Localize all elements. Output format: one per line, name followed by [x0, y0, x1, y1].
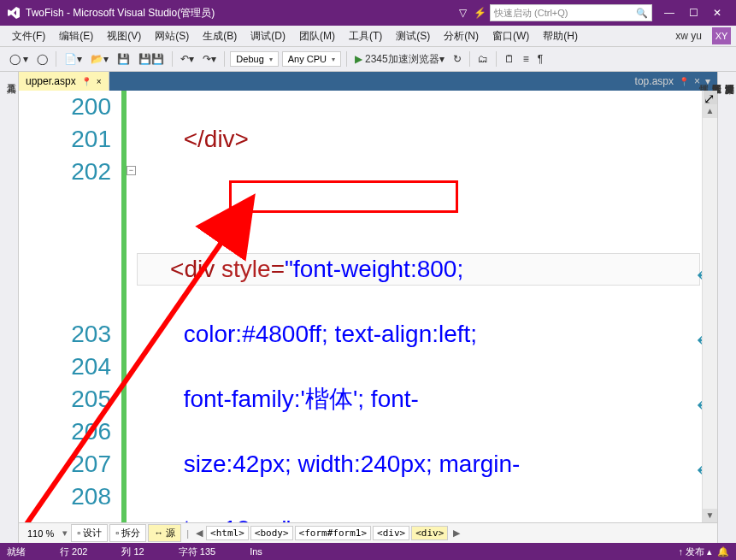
- browser-refresh-button[interactable]: ↻: [450, 51, 465, 67]
- start-debug-button[interactable]: ▶2345加速浏览器 ▾: [351, 50, 448, 68]
- solution-explorer-tab[interactable]: 解决方案资源管理器: [723, 77, 736, 536]
- open-button[interactable]: 📂▾: [87, 51, 112, 67]
- view-design-tab[interactable]: ▫ 设计: [71, 524, 108, 542]
- scroll-up-button[interactable]: ▲: [703, 104, 717, 118]
- line-number: 202: [19, 156, 111, 188]
- right-panel-tabs: 解决方案资源管理器 团队资源管理器 属性: [717, 72, 736, 543]
- menu-test[interactable]: 测试(S): [389, 29, 437, 44]
- line-number: 200: [19, 91, 111, 123]
- toolbar: ◯ ▾ ◯ 📄▾ 📂▾ 💾 💾💾 ↶▾ ↷▾ Debug▾ Any CPU▾ ▶…: [0, 46, 736, 72]
- line-number: 204: [19, 351, 111, 383]
- code-editor[interactable]: 200 201 202 203 204 205 206 207 208 − </…: [19, 91, 717, 522]
- breadcrumb-div1[interactable]: <div>: [373, 526, 409, 540]
- feedback-icon[interactable]: ⚡: [474, 7, 486, 19]
- statusbar: 就绪 行 202 列 12 字符 135 Ins ↑ 发布 ▴ 🔔: [0, 543, 736, 560]
- undo-button[interactable]: ↶▾: [177, 51, 197, 67]
- fold-column: −: [127, 91, 137, 522]
- save-all-button[interactable]: 💾💾: [135, 51, 168, 67]
- menu-team[interactable]: 团队(M): [292, 29, 342, 44]
- line-number: 206: [19, 416, 111, 448]
- pin-icon[interactable]: 📍: [81, 77, 91, 86]
- workspace: 工具箱 upper.aspx 📍 × top.aspx 📍 × ▾ 200 20…: [0, 72, 736, 543]
- line-number: 207: [19, 448, 111, 480]
- line-gutter: 200 201 202 203 204 205 206 207 208: [19, 91, 121, 522]
- maximize-button[interactable]: ☐: [683, 3, 704, 23]
- tb-extra-3[interactable]: ≡: [520, 51, 533, 67]
- status-ins: Ins: [250, 546, 262, 557]
- menubar: 文件(F) 编辑(E) 视图(V) 网站(S) 生成(B) 调试(D) 团队(M…: [0, 26, 736, 46]
- menu-window[interactable]: 窗口(W): [486, 29, 536, 44]
- menu-website[interactable]: 网站(S): [148, 29, 196, 44]
- split-icon[interactable]: ⤢: [704, 91, 717, 104]
- save-button[interactable]: 💾: [114, 51, 133, 67]
- user-name[interactable]: xw yu: [675, 30, 707, 42]
- new-project-button[interactable]: 📄▾: [61, 51, 85, 67]
- notifications-icon[interactable]: ▽: [459, 7, 467, 19]
- menu-file[interactable]: 文件(F): [5, 29, 52, 44]
- editor-area: upper.aspx 📍 × top.aspx 📍 × ▾ 200 201 20…: [19, 72, 717, 543]
- nav-fwd-button[interactable]: ◯: [33, 51, 51, 67]
- config-dropdown[interactable]: Debug▾: [230, 51, 278, 67]
- publish-button[interactable]: ↑ 发布 ▴: [678, 545, 712, 558]
- close-button[interactable]: ✕: [707, 3, 727, 23]
- menu-tools[interactable]: 工具(T): [342, 29, 389, 44]
- notification-bell-icon[interactable]: 🔔: [717, 546, 729, 557]
- platform-dropdown[interactable]: Any CPU▾: [282, 51, 341, 67]
- menu-edit[interactable]: 编辑(E): [52, 29, 100, 44]
- zoom-chev-icon[interactable]: ▾: [59, 528, 71, 539]
- editor-bottom-strip: 110 % ▾ ▫ 设计 ▫ 拆分 ↔ 源 | ◀ <html> <body> …: [19, 522, 717, 543]
- line-number: 208: [19, 480, 111, 513]
- tb-extra-1[interactable]: 🗂: [474, 51, 492, 67]
- scroll-down-button[interactable]: ▼: [703, 509, 717, 522]
- window-title: TwoFish - Microsoft Visual Studio(管理员): [26, 6, 215, 21]
- tb-extra-4[interactable]: ¶: [534, 51, 546, 67]
- tab-upper-aspx[interactable]: upper.aspx 📍 ×: [19, 72, 109, 91]
- search-icon: 🔍: [636, 8, 648, 19]
- breadcrumb-form[interactable]: <form#form1>: [295, 526, 371, 540]
- redo-button[interactable]: ↷▾: [199, 51, 220, 67]
- menu-analyze[interactable]: 分析(N): [437, 29, 486, 44]
- crumb-next-button[interactable]: ▶: [450, 528, 463, 539]
- status-ready: 就绪: [7, 545, 26, 558]
- code-body[interactable]: </div> <div style="font-weight:800;⤶ col…: [137, 91, 700, 522]
- tb-extra-2[interactable]: 🗒: [501, 51, 518, 67]
- status-char: 字符 135: [179, 545, 215, 558]
- menu-debug[interactable]: 调试(D): [244, 29, 292, 44]
- view-source-tab[interactable]: ↔ 源: [148, 524, 181, 542]
- line-number: 203: [19, 318, 111, 351]
- minimize-button[interactable]: —: [659, 3, 680, 23]
- breadcrumb-div2[interactable]: <div>: [411, 526, 448, 540]
- quick-launch-input[interactable]: 快速启动 (Ctrl+Q) 🔍: [490, 4, 652, 21]
- close-tab-icon[interactable]: ×: [97, 77, 102, 86]
- breadcrumb-html[interactable]: <html>: [206, 526, 249, 540]
- line-number: 201: [19, 123, 111, 156]
- vertical-scrollbar[interactable]: ⤢ ▲ ▼: [702, 91, 717, 522]
- search-placeholder: 快速启动 (Ctrl+Q): [494, 7, 568, 20]
- user-avatar[interactable]: XY: [712, 27, 731, 44]
- view-split-tab[interactable]: ▫ 拆分: [109, 524, 146, 542]
- document-tabs: upper.aspx 📍 × top.aspx 📍 × ▾: [19, 72, 717, 91]
- menu-build[interactable]: 生成(B): [196, 29, 244, 44]
- menu-view[interactable]: 视图(V): [100, 29, 148, 44]
- vs-logo-icon: [7, 6, 21, 20]
- nav-back-button[interactable]: ◯ ▾: [6, 51, 32, 67]
- titlebar: TwoFish - Microsoft Visual Studio(管理员) ▽…: [0, 0, 736, 26]
- fold-toggle[interactable]: −: [127, 166, 136, 175]
- breadcrumb-body[interactable]: <body>: [250, 526, 293, 540]
- pin-icon[interactable]: 📍: [679, 77, 689, 86]
- toolbox-panel-tab[interactable]: 工具箱: [0, 72, 19, 543]
- zoom-level[interactable]: 110 %: [22, 528, 59, 539]
- menu-help[interactable]: 帮助(H): [536, 29, 585, 44]
- line-number: 205: [19, 383, 111, 416]
- crumb-prev-button[interactable]: ◀: [192, 528, 206, 539]
- status-col: 列 12: [121, 545, 144, 558]
- status-line: 行 202: [60, 545, 87, 558]
